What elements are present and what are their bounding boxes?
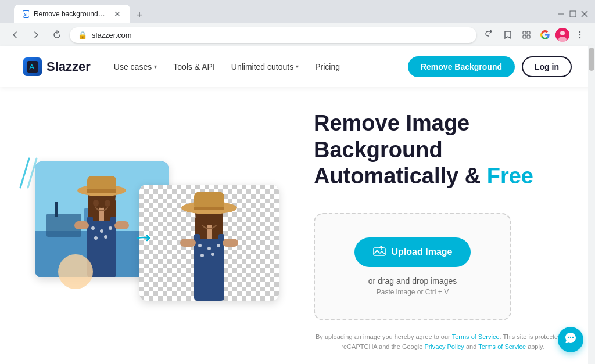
paste-text: Paste image or Ctrl + V [332,288,493,296]
upload-image-button[interactable]: Upload Image [354,237,471,267]
svg-rect-56 [194,207,224,210]
svg-rect-3 [570,11,576,17]
chat-widget-button[interactable] [558,327,583,352]
svg-point-38 [94,236,98,240]
hero-upload-area: Remove Image Background Automatically & … [291,110,572,352]
address-bar-row: 🔒 slazzer.com [0,23,595,46]
google-account-button[interactable] [537,27,553,43]
scrollbar-thumb[interactable] [589,48,594,71]
svg-rect-8 [523,35,526,38]
url-text: slazzer.com [92,31,468,39]
website-content: Slazzer Use cases ▾ Tools & API Unlimite… [0,46,595,364]
svg-text:S: S [24,12,26,16]
hero-section: Remove Image Background Automatically & … [0,87,595,364]
svg-point-37 [109,226,112,230]
minimize-button[interactable] [558,10,565,17]
svg-point-69 [568,337,569,338]
nav-use-cases[interactable]: Use cases ▾ [114,62,157,71]
slash-decoration [17,156,46,193]
nav-actions: Remove Background Log in [408,56,572,77]
new-tab-button[interactable]: + [131,7,148,23]
tab-title: Remove background from imag... [34,10,107,18]
svg-point-15 [579,37,580,38]
arrow-icon [137,231,154,247]
svg-point-71 [572,337,574,338]
navbar: Slazzer Use cases ▾ Tools & API Unlimite… [0,46,595,87]
chevron-down-icon-2: ▾ [296,63,299,70]
scrollbar-track [588,46,595,364]
browser-action-buttons [481,27,588,43]
nav-links: Use cases ▾ Tools & API Unlimited cutout… [114,62,408,71]
svg-rect-63 [180,239,196,247]
svg-rect-7 [527,31,530,34]
demo-images [23,138,291,324]
svg-line-17 [20,158,29,188]
svg-point-62 [211,253,214,256]
extension-puzzle-button[interactable] [518,27,535,43]
svg-rect-41 [114,221,129,229]
maximize-button[interactable] [569,10,576,17]
svg-point-60 [217,244,220,247]
svg-rect-31 [87,189,116,193]
browser-chrome: S Remove background from imag... ✕ + [0,0,595,46]
logo-text: Slazzer [46,59,91,74]
svg-rect-40 [74,221,89,229]
url-bar[interactable]: 🔒 slazzer.com [70,27,476,43]
svg-point-70 [570,337,571,338]
tab-bar: S Remove background from imag... ✕ + [14,5,148,23]
svg-rect-65 [194,234,200,241]
lock-icon: 🔒 [78,31,87,39]
nav-unlimited-cutouts[interactable]: Unlimited cutouts ▾ [231,62,299,71]
logo-icon [23,57,42,76]
svg-point-35 [91,226,95,230]
svg-point-14 [579,34,580,35]
back-button[interactable] [7,27,23,43]
tab-favicon: S [23,10,29,18]
hero-demo-area [23,138,291,324]
svg-point-39 [104,235,107,239]
upload-button-label: Upload Image [392,247,453,257]
free-text: Free [487,164,533,188]
svg-rect-42 [87,217,93,224]
svg-point-32 [93,200,99,207]
menu-button[interactable] [572,27,588,43]
nav-pricing[interactable]: Pricing [315,62,340,71]
svg-rect-64 [223,239,238,247]
svg-rect-66 [218,234,224,241]
drag-drop-text: or drag and drop images [332,276,493,286]
privacy-policy-link[interactable]: Privacy Policy [424,343,464,350]
svg-point-58 [198,244,202,247]
svg-point-11 [560,31,565,35]
svg-rect-22 [55,202,58,217]
svg-point-61 [200,254,204,257]
share-button[interactable] [481,27,497,43]
logo-link[interactable]: Slazzer [23,57,91,76]
svg-rect-67 [374,248,385,255]
remove-background-nav-button[interactable]: Remove Background [408,56,515,77]
image-upload-icon [373,246,386,259]
nav-tools-api[interactable]: Tools & API [173,62,215,71]
login-button[interactable]: Log in [522,56,572,77]
tab-close-btn[interactable]: ✕ [114,9,121,19]
svg-point-33 [105,200,110,207]
svg-rect-9 [527,35,530,38]
terms-of-service-link-2[interactable]: Terms of Service [478,343,526,350]
refresh-button[interactable] [49,27,65,43]
svg-point-59 [207,247,211,250]
profile-avatar[interactable] [555,28,569,42]
svg-rect-2 [558,14,564,15]
chevron-down-icon: ▾ [154,63,157,70]
svg-point-36 [100,229,103,233]
forward-button[interactable] [28,27,44,43]
footer-note: By uploading an image you hereby agree t… [314,332,572,352]
title-bar: S Remove background from imag... ✕ + [0,0,595,23]
active-tab[interactable]: S Remove background from imag... ✕ [14,5,130,23]
svg-line-18 [28,158,37,188]
bookmark-button[interactable] [500,27,516,43]
svg-point-13 [579,31,580,33]
close-button[interactable] [581,10,588,17]
terms-of-service-link[interactable]: Terms of Service [452,333,500,340]
chat-icon [564,331,577,347]
hero-title: Remove Image Background Automatically & … [314,110,572,190]
upload-dropzone[interactable]: Upload Image or drag and drop images Pas… [314,213,511,320]
